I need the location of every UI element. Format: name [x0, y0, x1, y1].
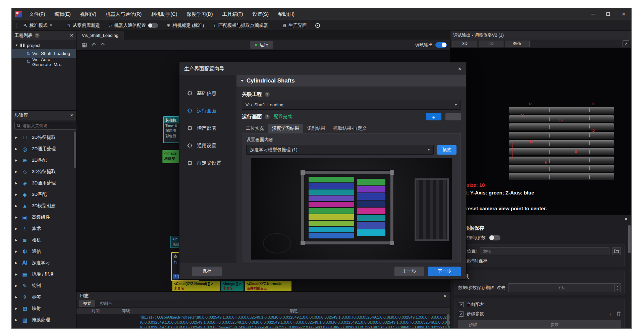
menu-item[interactable]: 文件(F) [24, 8, 50, 20]
wizard-nav-item[interactable]: 基础信息 [179, 85, 236, 102]
next-step-button[interactable]: 下一步 [428, 267, 461, 276]
run-screen-tab[interactable]: 识别结果 [303, 124, 329, 133]
chevron-right-icon[interactable]: ▶ [15, 181, 18, 185]
step-search-box[interactable] [14, 122, 79, 130]
step-category[interactable]: ▶ AI 深度学习 [12, 257, 76, 269]
close-dialog-button[interactable]: ✕ [458, 67, 462, 71]
redo-button[interactable]: ↷ [99, 41, 107, 49]
output-port-label[interactable]: <Image [] > 未命名 [221, 281, 244, 291]
step-category[interactable]: ▶ ◇ 测量 [12, 326, 76, 328]
run-screen-tab[interactable]: 抓取结果-自定义 [329, 124, 371, 133]
step-category[interactable]: ▶ ψ 通信 [12, 246, 76, 257]
menu-item[interactable]: 设置(S) [248, 8, 273, 20]
robot-comm-config-button[interactable]: ⛉ 机器人通信配置 [105, 21, 161, 30]
previous-step-button[interactable]: 上一步 [394, 267, 424, 276]
current-recipe-checkbox[interactable]: ✓ [459, 302, 464, 307]
spinner-arrows[interactable]: ▲▼ [614, 284, 621, 292]
log-body[interactable]: 输出 (1) : QJsonObject({"offsets":[[0,0,0.… [76, 314, 450, 328]
chevron-right-icon[interactable]: ▶ [15, 273, 18, 276]
log-scrollbar[interactable] [447, 314, 449, 326]
save-data-params-toggle[interactable] [489, 235, 500, 240]
step-category[interactable]: ▶ ◊ 标签 [12, 291, 76, 303]
close-project-panel-button[interactable]: ✕ [70, 33, 73, 38]
menu-item[interactable]: 机器人与通信(R) [101, 8, 146, 20]
standard-mode-button[interactable]: ⇱ 标准模式 [20, 21, 56, 30]
step-params-checkbox[interactable]: ✓ [459, 312, 464, 317]
browse-folder-button[interactable] [612, 247, 621, 255]
run-screen-tab[interactable]: 工位实况 [242, 124, 268, 133]
step-search-input[interactable] [22, 123, 76, 128]
new-from-case-button[interactable]: 🗋 从案例库新建 [63, 21, 103, 30]
robot-comm-toggle[interactable] [148, 23, 158, 28]
chevron-right-icon[interactable]: ▶ [15, 295, 18, 299]
production-interface-button[interactable]: 🖥 生产界面 [278, 21, 310, 30]
menu-item[interactable]: 工具箱(T) [218, 8, 248, 20]
toolbar-grip-handle[interactable] [14, 22, 17, 29]
add-step-param-button[interactable]: + [608, 311, 612, 317]
chevron-right-icon[interactable]: ▶ [15, 193, 18, 196]
step-category[interactable]: ▶ ▣ 高级组件 [12, 212, 76, 223]
wizard-nav-item[interactable]: 运行画面 [179, 102, 236, 119]
step-category[interactable]: ▶ ✎ 绘制 [12, 280, 76, 291]
chevron-right-icon[interactable]: ▶ [15, 250, 18, 253]
close-data-save-panel-button[interactable]: ✕ [624, 217, 628, 221]
run-button[interactable]: 运行 [250, 41, 273, 49]
retention-input[interactable] [508, 285, 614, 290]
minimize-button[interactable] [585, 8, 600, 20]
step-category[interactable]: ▶ ◈ 3D通用处理 [12, 177, 76, 189]
target-mode-button[interactable] [312, 21, 323, 30]
retention-spinner[interactable]: ▲▼ [508, 283, 621, 292]
debug-view-tab[interactable]: 3D [452, 41, 477, 47]
save-project-button[interactable] [80, 41, 89, 49]
output-port-label[interactable]: <Cloud(XYZ-Normal)> 合并后的点云 [245, 281, 291, 291]
chevron-right-icon[interactable]: ▶ [15, 238, 18, 242]
menu-item[interactable]: 相机助手(C) [146, 8, 182, 20]
save-button[interactable]: 保存 [192, 267, 222, 276]
chevron-right-icon[interactable]: ▶ [15, 227, 18, 230]
debug-view-tab[interactable]: 2D [479, 41, 503, 47]
data-save-scrollbar[interactable] [628, 225, 631, 253]
close-button[interactable]: ✕ [616, 8, 631, 20]
log-tab[interactable]: 视觉 [79, 300, 95, 307]
step-category[interactable]: ▶ ⊞ 映射 [12, 303, 76, 314]
project-item[interactable]: ⇅ Vis_Shaft_Loading [12, 49, 76, 58]
menu-item[interactable]: 帮助(H) [273, 8, 299, 20]
preview-button[interactable]: 预览 [437, 145, 457, 155]
help-icon[interactable]: ? [265, 92, 270, 97]
chevron-right-icon[interactable]: ▶ [15, 204, 18, 208]
help-icon[interactable]: ? [265, 114, 270, 119]
chevron-right-icon[interactable]: ▶ [15, 216, 18, 219]
close-log-panel-button[interactable]: ✕ [443, 294, 447, 298]
chevron-right-icon[interactable]: ▶ [15, 261, 18, 265]
menu-item[interactable]: 视图(V) [75, 8, 101, 20]
editor-tab[interactable]: Vis_Shaft_Loading [76, 31, 124, 40]
output-port-label[interactable]: <Cloud(XYZ-Normal) [] > 未命名 [172, 281, 220, 291]
project-tree-root[interactable]: ▼ project [12, 41, 76, 49]
debug-output-toggle[interactable] [435, 42, 447, 48]
project-item[interactable]: ⇅ Vis_Auto-Generate_Ma... [12, 58, 76, 66]
step-category[interactable]: ▶ ▦ 拆垛 / 码垛 [12, 269, 76, 280]
chevron-right-icon[interactable]: ▶ [15, 318, 18, 322]
step-category[interactable]: ▶ ▲ 3D模型创建 [12, 200, 76, 212]
wizard-nav-item[interactable]: 增产部署 [179, 119, 236, 137]
wizard-nav-item[interactable]: 自定义设置 [179, 154, 236, 172]
help-icon[interactable]: ? [35, 33, 40, 38]
template-grasp-editor-button[interactable]: ⚿ 匹配模板与抓取点编辑器 [209, 21, 271, 30]
step-category[interactable]: ▶ ◇ 3D特征提取 [12, 166, 76, 177]
add-screen-button[interactable]: ＋ [426, 113, 441, 120]
close-step-library-button[interactable]: ✕ [70, 113, 73, 117]
linked-project-select[interactable]: Vis_Shaft_Loading [242, 100, 461, 110]
step-category[interactable]: ▶ □ 2D特征提取 [12, 132, 76, 143]
remove-screen-button[interactable]: − [445, 113, 461, 120]
chevron-right-icon[interactable]: ▶ [15, 159, 18, 162]
step-category[interactable]: ▶ ▨ 掩膜处理 [12, 314, 76, 326]
pointcloud-3d-view[interactable]: 1891716121186 ist 1: size: 18 s: red; Y-… [450, 48, 631, 215]
section-header[interactable]: Cylindrical Shafts [236, 75, 466, 87]
chevron-right-icon[interactable]: ▶ [15, 147, 18, 151]
step-category[interactable]: ▶ ◎ 2D通用处理 [12, 143, 76, 155]
camera-calibration-button[interactable]: ⊞ 相机标定 (标准) [163, 21, 207, 30]
step-category[interactable]: ▶ ⊕ 2D匹配 [12, 155, 76, 166]
wizard-nav-item[interactable]: 通用设置 [179, 137, 236, 154]
maximize-button[interactable] [600, 8, 616, 20]
screen-content-select[interactable]: 深度学习模型包推理 (1) [246, 145, 434, 155]
